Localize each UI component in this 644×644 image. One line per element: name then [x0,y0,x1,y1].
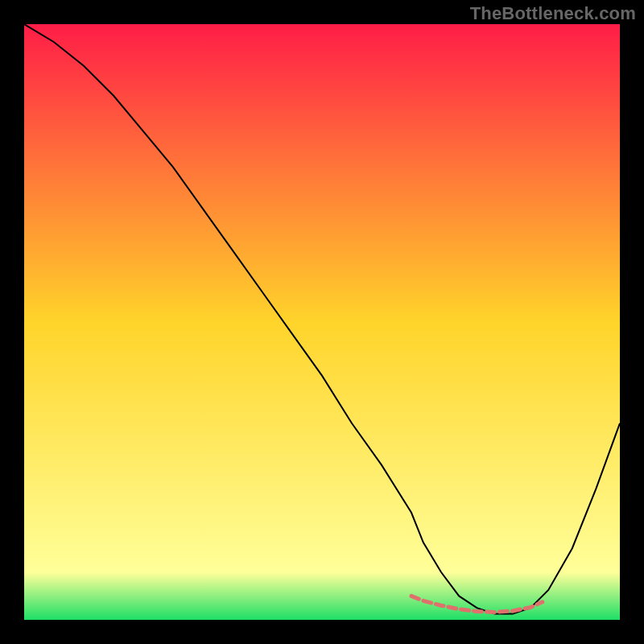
chart-background [24,24,620,620]
watermark-label: TheBottleneck.com [470,3,636,24]
bottleneck-chart [24,24,620,620]
chart-frame: TheBottleneck.com [0,0,644,644]
